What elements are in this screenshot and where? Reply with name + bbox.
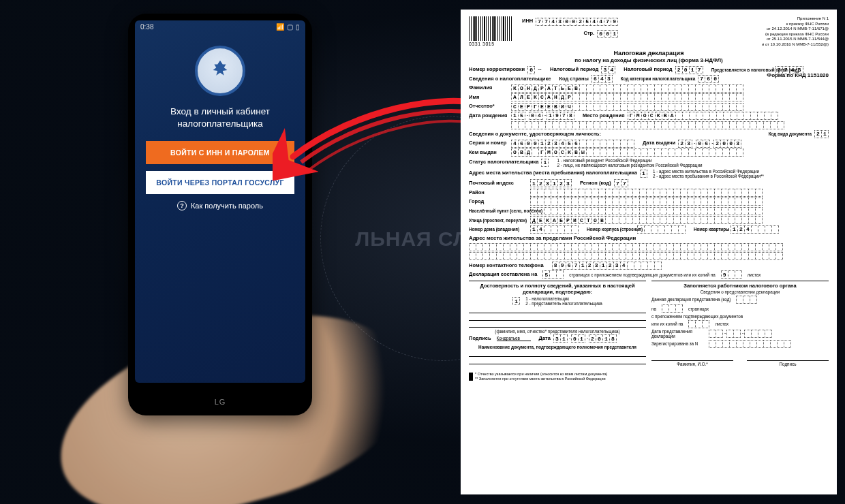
district (530, 189, 763, 197)
period: 2017 (675, 66, 703, 74)
taxpayer-section: Сведения о налогоплательщике (469, 76, 551, 82)
serial: 4600123456 (511, 140, 634, 148)
inn-label: ИНН (522, 18, 533, 25)
app-heading: Вход в личный кабинет налогоплательщика (135, 101, 305, 141)
more-icon: ▯ (296, 23, 300, 31)
addr-flag: 1 (640, 170, 647, 178)
iddoc-section: Сведения о документе, удостоверяющем лич… (469, 131, 601, 138)
page-value: 001 (597, 30, 618, 38)
phone-screen: 0:38 📶 ▢ ▯ Вход в личный кабинет налогоп… (135, 20, 305, 383)
house: 14 (530, 225, 579, 234)
statusbar-icons: 📶 ▢ ▯ (276, 23, 300, 31)
zip: 123123 (530, 179, 572, 187)
corr-label: Номер корректировки (469, 67, 525, 73)
city (530, 198, 763, 206)
doctype: 21 (814, 130, 829, 138)
lastname: КОНДРАТЬЕВ (511, 84, 743, 93)
flat: 124 (731, 225, 779, 234)
eagle-icon (207, 58, 233, 84)
statusbar-time: 0:38 (140, 23, 153, 31)
firstname: АЛЕКСАНДР (511, 93, 743, 101)
street: ДЕКАБРИСТОВ (530, 216, 763, 224)
page-label: Стр. (583, 31, 594, 37)
attach-sheets: 9 (721, 270, 742, 279)
abroad-line1 (469, 243, 783, 251)
battery-icon: ▢ (287, 23, 293, 31)
footnotes: * Отчество указывается при наличии (отно… (469, 372, 829, 381)
addr-section: Адрес места жительства (места пребывания… (469, 170, 637, 176)
rep-fio-line (469, 307, 646, 313)
inn-value: 774300254479 (536, 18, 618, 26)
barcode (469, 16, 512, 41)
confirm-flag: 1 (512, 297, 520, 305)
issue-date: 23.06.2003 (678, 140, 741, 148)
korpus (637, 225, 686, 234)
phone-statusbar: 0:38 📶 ▢ ▯ (135, 20, 305, 33)
fns-logo (195, 46, 245, 96)
appendix-refs: Приложение N 1к приказу ФНС Россииот 24.… (762, 16, 829, 47)
status-label: Статус налогоплательщика (469, 159, 538, 166)
pob: ГМОСКВА (628, 112, 778, 120)
login-gosuslugi-button[interactable]: ВОЙТИ ЧЕРЕЗ ПОРТАЛ ГОСУСЛУГ (146, 171, 294, 194)
phone-brand: LG (128, 398, 312, 406)
phone-mockup: 0:38 📶 ▢ ▯ Вход в личный кабинет налогоп… (128, 14, 312, 415)
signature-name: Кондратьев (497, 336, 531, 341)
abroad-section: Адрес места жительства за пределами Росс… (469, 236, 829, 242)
confirm-block: Достоверность и полноту сведений, указан… (469, 281, 646, 368)
login-inn-button[interactable]: ВОЙТИ С ИНН И ПАРОЛЕМ (146, 141, 294, 164)
category: 760 (698, 75, 719, 83)
issuer: ОВД ГМОСКВЫ (511, 148, 743, 157)
doc-subtitle: по налогу на доходы физических лиц (форм… (469, 57, 829, 63)
abroad-line2 (469, 252, 783, 260)
official-block: Заполняется работником налогового органа… (651, 281, 829, 368)
country: 643 (592, 75, 613, 83)
knd-code: Форма по КНД 1151020 (767, 72, 829, 78)
compiled-pages: 5 (542, 270, 564, 279)
help-link[interactable]: ? Как получить пароль (135, 201, 305, 210)
settlement (530, 207, 763, 215)
corr-value: 0 (527, 66, 535, 74)
question-icon: ? (177, 201, 187, 210)
patronymic: СЕРГЕЕВИЧ (511, 103, 743, 111)
wifi-icon: 📶 (276, 23, 284, 31)
region: 77 (614, 179, 628, 187)
dob: 15.04.1978 (511, 112, 574, 120)
tax-form-3ndfl: ИНН774300254479 Стр.001 Приложение N 1к … (461, 10, 837, 494)
doc-title: Налоговая декларация (469, 50, 829, 57)
status: 1 (541, 159, 549, 167)
sign-date: 31.01.2018 (553, 334, 617, 343)
pob-line2 (511, 121, 784, 129)
contact-phone: 89671231234 (552, 262, 662, 270)
period-type: 34 (601, 66, 615, 74)
help-label: Как получить пароль (191, 202, 263, 210)
